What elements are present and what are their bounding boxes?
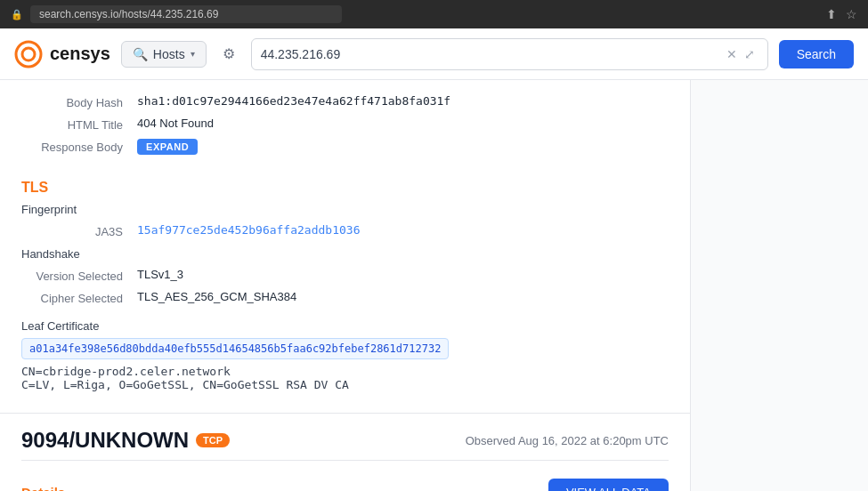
tls-section: TLS Fingerprint JA3S 15af977ce25de452b96… [0, 169, 690, 402]
response-body-row: Response Body EXPAND [21, 135, 669, 158]
details-label: Details [21, 485, 65, 491]
main-layout: Body Hash sha1:d01c97e2944166ed23e47e4a6… [0, 80, 868, 491]
search-icon: 🔍 [133, 47, 148, 61]
logo[interactable]: censys [14, 40, 110, 68]
cipher-selected-row: Cipher Selected TLS_AES_256_GCM_SHA384 [21, 286, 669, 309]
http-fields-section: Body Hash sha1:d01c97e2944166ed23e47e4a6… [0, 80, 690, 169]
search-bar: ✕ ⤢ [251, 38, 768, 70]
html-title-value: 404 Not Found [137, 117, 214, 130]
share-button[interactable]: ⬆ [826, 7, 837, 21]
expand-button[interactable]: EXPAND [137, 139, 198, 155]
version-selected-label: Version Selected [21, 268, 137, 283]
svg-point-1 [22, 48, 35, 60]
port-section: 9094/UNKNOWN TCP Observed Aug 16, 2022 a… [0, 413, 690, 479]
observed-text: Observed Aug 16, 2022 at 6:20pm UTC [466, 434, 669, 447]
body-hash-row: Body Hash sha1:d01c97e2944166ed23e47e4a6… [21, 91, 669, 113]
cipher-selected-value: TLS_AES_256_GCM_SHA384 [137, 290, 296, 303]
browser-actions: ⬆ ☆ [826, 7, 857, 21]
right-panel [690, 80, 868, 491]
html-title-label: HTML Title [21, 117, 137, 132]
cert-issuer: C=LV, L=Riga, O=GoGetSSL, CN=GoGetSSL RS… [21, 378, 669, 391]
browser-url-bar[interactable]: search.censys.io/hosts/44.235.216.69 [30, 5, 342, 23]
port-header: 9094/UNKNOWN TCP Observed Aug 16, 2022 a… [21, 428, 669, 453]
main-content: Body Hash sha1:d01c97e2944166ed23e47e4a6… [0, 80, 690, 491]
port-title: 9094/UNKNOWN TCP [21, 428, 230, 453]
ja3s-label: JA3S [21, 223, 137, 238]
view-all-button[interactable]: VIEW ALL DATA [548, 479, 669, 491]
clear-button[interactable]: ✕ [723, 47, 741, 61]
gear-button[interactable]: ⚙ [217, 40, 240, 68]
url-text: search.censys.io/hosts/44.235.216.69 [39, 8, 218, 20]
chevron-down-icon: ▾ [191, 49, 195, 59]
body-hash-value: sha1:d01c97e2944166ed23e47e4a62ff471ab8f… [137, 94, 450, 108]
body-hash-label: Body Hash [21, 94, 137, 109]
version-selected-row: Version Selected TLSv1_3 [21, 264, 669, 286]
expand-search-button[interactable]: ⤢ [741, 47, 758, 61]
html-title-row: HTML Title 404 Not Found [21, 113, 669, 135]
tcp-badge: TCP [196, 433, 230, 447]
leaf-cert-heading: Leaf Certificate [21, 319, 669, 333]
search-type-button[interactable]: 🔍 Hosts ▾ [121, 41, 207, 68]
logo-text: censys [50, 44, 110, 64]
cipher-selected-label: Cipher Selected [21, 290, 137, 305]
fingerprint-heading: Fingerprint [21, 203, 669, 216]
ja3s-link[interactable]: 15af977ce25de452b96affa2addb1036 [137, 223, 360, 237]
details-footer: Details VIEW ALL DATA [0, 479, 690, 491]
browser-chrome: 🔒 search.censys.io/hosts/44.235.216.69 ⬆… [0, 0, 868, 28]
search-type-label: Hosts [153, 47, 185, 61]
search-input[interactable] [261, 47, 723, 61]
search-button[interactable]: Search [779, 40, 854, 68]
port-number: 9094/UNKNOWN [21, 428, 189, 453]
port-divider [21, 460, 669, 461]
svg-point-0 [16, 42, 41, 67]
version-selected-value: TLSv1_3 [137, 268, 183, 281]
cert-cn: CN=cbridge-prod2.celer.network [21, 365, 669, 378]
censys-logo-icon [14, 40, 43, 68]
response-body-label: Response Body [21, 139, 137, 154]
cert-hash-link[interactable]: a01a34fe398e56d80bdda40efb555d14654856b5… [21, 338, 449, 359]
handshake-heading: Handshake [21, 247, 669, 261]
app-header: censys 🔍 Hosts ▾ ⚙ ✕ ⤢ Search [0, 28, 868, 80]
lock-icon: 🔒 [11, 9, 23, 20]
tls-heading: TLS [21, 180, 669, 196]
bookmark-button[interactable]: ☆ [846, 7, 857, 21]
ja3s-row: JA3S 15af977ce25de452b96affa2addb1036 [21, 220, 669, 242]
